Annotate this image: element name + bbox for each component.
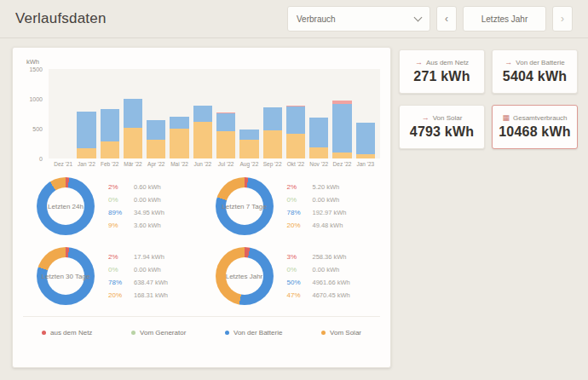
slice-value: 192.97 kWh [313,209,347,216]
x-axis-label: Sep '22 [263,161,282,167]
bar-chart: 050010001500 Dez '21Jan '22Feb '22Mär '2… [49,69,380,167]
main-content: kWh 050010001500 Dez '21Jan '22Feb '22Mä… [0,38,588,368]
donut-hole: Letzten 30 Tage [47,257,84,295]
x-axis-label: Jan '22 [77,161,95,167]
bar-segment-vom-solar [356,154,375,158]
bar-month-14[interactable] [356,123,375,158]
slice-percent: 2% [287,183,308,191]
donut-block-3: Letzten 30 Tage2%17.94 kWh0%0.00 kWh78%6… [23,247,202,305]
legend-item-vom-solar[interactable]: Vom Solar [321,329,361,337]
donut-block-1: Letzten 24h2%0.60 kWh0%0.00 kWh89%34.95 … [23,177,202,235]
slice-percent: 0% [287,266,308,273]
donut-center-label: Letztes Jahr [226,273,263,280]
bar-month-2[interactable] [77,112,95,158]
period-range-button[interactable]: Letztes Jahr [463,6,546,32]
donut-value-row: 89%34.95 kWh [108,209,164,216]
stat-card-gesamtverbrauch: ▦Gesamtverbrauch10468 kWh [492,105,578,149]
bar-segment-vom-solar [332,153,351,158]
slice-value: 17.94 kWh [134,253,164,261]
history-panel: kWh 050010001500 Dez '21Jan '22Feb '22Mä… [12,47,391,368]
slice-value: 0.00 kWh [313,266,340,273]
bar-month-10[interactable] [263,107,282,158]
next-period-button[interactable]: › [552,6,573,32]
slice-percent: 2% [108,183,129,191]
stat-card-value: 5404 kWh [503,69,567,84]
y-axis-tick: 1000 [29,96,43,102]
legend-label: aus dem Netz [50,329,92,337]
bar-segment-von-der-batterie [147,120,165,140]
bar-segment-vom-solar [124,128,142,158]
donut-values: 2%17.94 kWh0%0.00 kWh78%638.47 kWh20%168… [108,253,168,299]
stat-card-von-solar: →Von Solar4793 kWh [399,105,485,149]
slice-percent: 89% [108,209,129,216]
slice-percent: 0% [108,266,129,273]
slice-percent: 47% [287,291,308,299]
x-axis-label: Apr '22 [147,161,165,167]
stat-card-label-row: ▦Gesamtverbrauch [502,114,567,122]
donut-hole: Letzten 24h [47,187,84,225]
slice-value: 5.20 kWh [313,183,340,191]
donut-value-row: 47%4670.45 kWh [287,291,350,299]
metric-select[interactable]: Verbrauch [287,6,430,32]
header-controls: Verbrauch ‹ Letztes Jahr › [287,6,573,32]
prev-period-button[interactable]: ‹ [436,6,457,32]
slice-value: 0.00 kWh [134,196,161,204]
bar-segment-vom-solar [309,147,328,158]
bar-month-13[interactable] [332,101,351,158]
slice-value: 34.95 kWh [134,209,164,216]
legend-item-aus-dem-netz[interactable]: aus dem Netz [42,329,92,337]
bar-month-8[interactable] [216,112,235,158]
grid-icon: ▦ [502,114,510,122]
arrow-right-icon: → [504,59,512,66]
x-axis-label: Nov '22 [309,161,328,167]
donut-chart[interactable]: Letzten 7 Tage [216,177,274,235]
donut-values: 2%0.60 kWh0%0.00 kWh89%34.95 kWh9%3.60 k… [108,183,164,229]
donut-value-row: 78%192.97 kWh [287,209,347,216]
bar-segment-von-der-batterie [356,123,375,154]
legend-color-dot [225,331,229,335]
slice-percent: 0% [108,196,129,204]
donut-values: 2%5.20 kWh0%0.00 kWh78%192.97 kWh20%49.4… [287,183,347,229]
x-axis-label: Mär '22 [124,161,142,167]
stat-card-value: 4793 kWh [410,124,474,140]
slice-percent: 50% [287,279,308,286]
bar-month-6[interactable] [170,117,188,158]
slice-percent: 3% [287,253,308,261]
legend-item-vom-generator[interactable]: Vom Generator [131,329,186,337]
bar-segment-von-der-batterie [239,130,258,140]
legend-label: Von der Batterie [233,329,282,337]
donut-value-row: 2%17.94 kWh [108,253,168,261]
donut-chart-grid: Letzten 24h2%0.60 kWh0%0.00 kWh89%34.95 … [23,177,380,305]
bar-month-5[interactable] [147,120,165,158]
legend-color-dot [42,331,46,335]
slice-value: 4961.66 kWh [313,279,350,286]
bar-segment-vom-solar [147,140,165,158]
donut-chart[interactable]: Letzten 24h [37,177,95,235]
bar-month-11[interactable] [286,106,305,158]
donut-chart[interactable]: Letzten 30 Tage [37,247,95,305]
stat-card-label: Gesamtverbrauch [513,114,568,122]
donut-block-4: Letztes Jahr3%258.36 kWh0%0.00 kWh50%496… [202,247,381,305]
donut-value-row: 78%638.47 kWh [108,279,168,286]
donut-values: 3%258.36 kWh0%0.00 kWh50%4961.66 kWh47%4… [287,253,350,299]
x-axis-label: Mai '22 [170,161,188,167]
bar-segment-vom-solar [101,141,119,158]
donut-hole: Letzten 7 Tage [226,187,263,225]
stat-card-label-row: →Von Solar [422,114,463,122]
bar-month-7[interactable] [193,106,212,158]
bar-month-9[interactable] [239,130,258,158]
donut-chart[interactable]: Letztes Jahr [216,247,274,305]
bar-segment-von-der-batterie [170,117,188,129]
donut-value-row: 0%0.00 kWh [108,266,168,273]
legend-item-von-der-batterie[interactable]: Von der Batterie [225,329,282,337]
donut-hole: Letztes Jahr [226,257,263,295]
bar-month-3[interactable] [101,109,119,158]
arrow-right-icon: → [415,59,423,66]
stat-card-value: 271 kWh [413,69,470,84]
legend-label: Vom Generator [140,329,186,337]
bar-month-4[interactable] [124,99,142,158]
x-axis-label: Jun '22 [193,161,212,167]
y-axis: 050010001500 [23,69,45,158]
bar-segment-vom-solar [239,140,258,158]
bar-month-12[interactable] [309,118,328,158]
